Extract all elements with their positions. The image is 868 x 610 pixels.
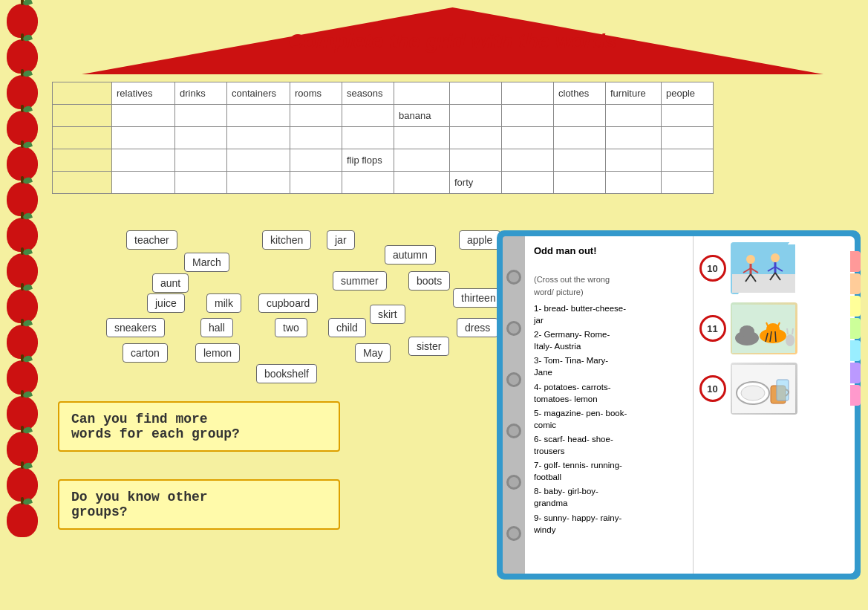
notebook-tabs [850, 251, 861, 406]
word-jar: jar [327, 230, 355, 250]
odd-title: Odd man out! [534, 244, 684, 259]
page-title: Complete the grid with the words [45, 30, 861, 53]
tab-2 [850, 273, 861, 294]
word-teacher: teacher [126, 230, 177, 250]
word-boots: boots [408, 271, 450, 291]
svg-rect-31 [777, 380, 789, 400]
svg-line-26 [792, 328, 793, 334]
ring-2 [506, 321, 521, 336]
word-aunt: aunt [152, 273, 189, 293]
apple-15 [7, 503, 38, 537]
svg-point-8 [771, 253, 780, 262]
word-sneakers: sneakers [106, 318, 165, 337]
tab-4 [850, 318, 861, 339]
odd-item-2: 2- Germany- Rome- Italy- Austria [534, 328, 684, 352]
col-header-relatives: relatives [112, 82, 175, 105]
image-row-2: 11 [699, 302, 849, 354]
col-header-seasons: seasons [342, 82, 394, 105]
word-carton: carton [123, 343, 168, 363]
question2-text: Do you know other groups? [71, 490, 208, 519]
ring-6 [506, 526, 521, 541]
col-header-furniture: furniture [606, 82, 662, 105]
tab-6 [850, 363, 861, 383]
svg-line-23 [775, 331, 776, 342]
skiing-image [731, 242, 797, 294]
col-header-7 [450, 82, 502, 105]
ring-5 [506, 475, 521, 490]
tab-5 [850, 340, 861, 361]
word-kitchen: kitchen [262, 230, 311, 250]
dishes-image [731, 363, 797, 415]
cell-banana: banana [394, 105, 450, 127]
word-two: two [275, 318, 307, 337]
word-grid: relatives drinks containers rooms season… [52, 82, 714, 194]
word-autumn: autumn [385, 245, 436, 265]
word-bookshelf: bookshelf [256, 364, 317, 383]
odd-item-9: 9- sunny- happy- rainy- windy [534, 512, 684, 536]
svg-point-18 [766, 323, 780, 335]
word-may: May [355, 343, 391, 363]
col-header-people: people [662, 82, 714, 105]
word-hall: hall [200, 318, 233, 337]
odd-item-8: 8- baby- girl-boy- grandma [534, 485, 684, 509]
cell-forty: forty [450, 172, 502, 194]
word-child: child [328, 318, 366, 337]
odd-item-5: 5- magazine- pen- book- comic [534, 407, 684, 431]
ring-4 [506, 424, 521, 438]
svg-point-24 [786, 334, 794, 346]
words-area: teacher kitchen jar autumn apple March a… [52, 230, 475, 401]
col-label-0 [53, 82, 112, 105]
notebook-right-page: 10 [694, 236, 855, 574]
notebook-left-page: Odd man out! (Cross out the wrong word/ … [525, 236, 694, 574]
score-3: 10 [699, 375, 726, 402]
col-header-drinks: drinks [175, 82, 227, 105]
question1-text: Can you find more words for each group? [71, 412, 240, 441]
animals-image [731, 302, 797, 354]
tab-1 [850, 251, 861, 272]
title-area: Complete the grid with the words [45, 7, 861, 74]
col-header-clothes: clothes [554, 82, 606, 105]
tab-3 [850, 296, 861, 317]
ring-1 [506, 270, 521, 285]
notebook-inner: Odd man out! (Cross out the wrong word/ … [503, 236, 855, 574]
word-lemon: lemon [195, 343, 240, 363]
odd-item-4: 4- potatoes- carrots- tomatoes- lemon [534, 381, 684, 405]
tab-7 [850, 385, 861, 406]
svg-point-2 [746, 255, 755, 264]
odd-item-3: 3- Tom- Tina- Mary- Jane [534, 354, 684, 378]
grid-row-1: banana [53, 105, 714, 127]
word-milk: milk [206, 293, 241, 313]
svg-point-29 [741, 386, 765, 400]
grid-row-4: forty [53, 172, 714, 194]
score-2: 11 [699, 315, 726, 342]
grid-row-3: flip flops [53, 149, 714, 172]
word-apple: apple [459, 230, 500, 250]
word-dress: dress [457, 318, 498, 337]
notebook: Odd man out! (Cross out the wrong word/ … [497, 230, 861, 580]
odd-item-7: 7- golf- tennis- running- football [534, 459, 684, 483]
col-header-containers: containers [227, 82, 290, 105]
word-cupboard: cupboard [258, 293, 318, 313]
ring-3 [506, 372, 521, 387]
odd-item-1: 1- bread- butter-cheese- jar [534, 302, 684, 326]
cell-flipflops: flip flops [342, 149, 394, 172]
apple-border [0, 0, 45, 610]
word-summer: summer [333, 271, 387, 291]
question-find-words: Can you find more words for each group? [58, 401, 340, 452]
header-row: relatives drinks containers rooms season… [53, 82, 714, 105]
score-1: 10 [699, 255, 726, 282]
word-march: March [184, 253, 229, 272]
svg-point-16 [740, 325, 754, 337]
question-other-groups: Do you know other groups? [58, 479, 340, 530]
odd-item-6: 6- scarf- head- shoe- trousers [534, 433, 684, 457]
col-header-rooms: rooms [290, 82, 342, 105]
col-header-6 [394, 82, 450, 105]
svg-line-25 [787, 328, 788, 334]
notebook-spine [503, 236, 525, 574]
svg-rect-1 [732, 274, 795, 293]
odd-subtitle: (Cross out the wrong word/ picture) [534, 262, 684, 299]
col-header-8 [502, 82, 554, 105]
word-skirt: skirt [370, 305, 405, 324]
word-sister: sister [408, 337, 449, 356]
word-juice: juice [147, 293, 185, 313]
